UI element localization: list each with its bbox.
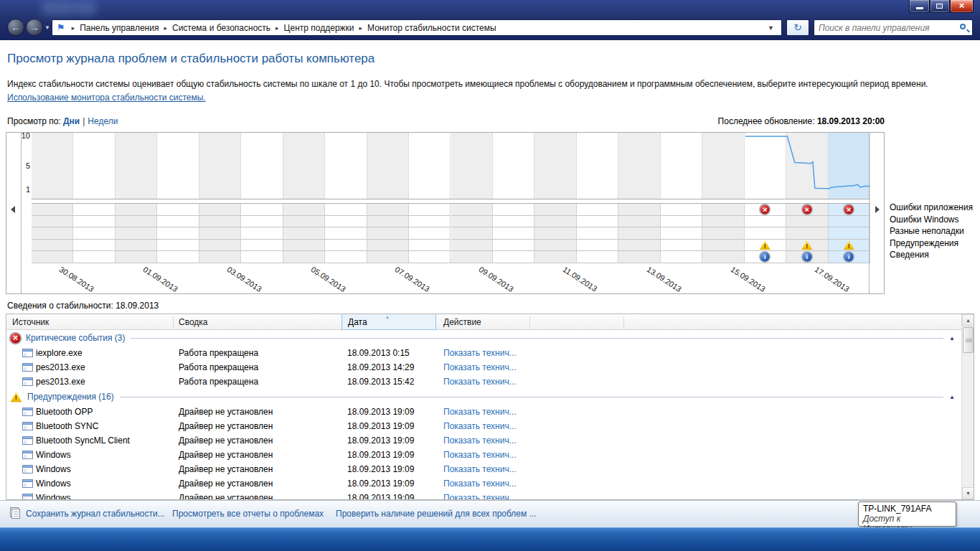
- column-header-summary[interactable]: Сводка: [179, 317, 208, 327]
- last-update-value: 18.09.2013 20:00: [817, 116, 885, 126]
- show-technical-details-link[interactable]: Показать технич...: [443, 479, 517, 489]
- column-divider[interactable]: [529, 316, 530, 328]
- aero-glass-reflection: [75, 0, 96, 16]
- error-event-icon: [844, 204, 854, 214]
- recent-pages-dropdown-icon[interactable]: ▼: [44, 24, 50, 31]
- cell-source: Bluetooth SYNC: [36, 421, 98, 431]
- date-tick-label: 09.09.2013: [477, 265, 515, 293]
- event-cell: [702, 204, 744, 216]
- chart-scroll-right-strip[interactable]: [869, 133, 884, 293]
- scrollbar-thumb[interactable]: [963, 327, 974, 353]
- show-technical-details-link[interactable]: Показать технич...: [443, 362, 517, 372]
- date-tick-label: 13.09.2013: [645, 265, 683, 293]
- collapse-group-icon[interactable]: ▲: [949, 394, 955, 400]
- legend-label: Ошибки Windows: [890, 214, 980, 226]
- application-icon: [22, 465, 33, 474]
- table-body: Критические события (3)▲iexplore.exeРабо…: [6, 330, 962, 500]
- footer-command-bar: Сохранить журнал стабильности... Просмот…: [0, 500, 980, 527]
- table-row[interactable]: WindowsДрайвер не установлен18.09.2013 1…: [6, 491, 962, 500]
- cell-date: 18.09.2013 14:29: [347, 362, 414, 372]
- breadcrumb-item[interactable]: Монитор стабильности системы: [367, 23, 496, 33]
- event-cell: [618, 240, 660, 252]
- column-header-action[interactable]: Действие: [443, 317, 481, 327]
- collapse-group-icon[interactable]: ▲: [949, 335, 955, 342]
- cell-source: pes2013.exe: [36, 362, 85, 372]
- cell-source: Windows: [36, 493, 71, 500]
- column-header-date[interactable]: Дата ▲: [341, 314, 436, 330]
- event-cell: [157, 251, 199, 263]
- event-cell: [409, 216, 451, 228]
- table-group-header[interactable]: Критические события (3)▲: [6, 330, 962, 346]
- close-button[interactable]: ×: [950, 0, 974, 13]
- address-dropdown-icon[interactable]: ▼: [768, 24, 774, 32]
- event-cell: [116, 227, 157, 240]
- column-header-source[interactable]: Источник: [12, 317, 49, 327]
- search-input[interactable]: [819, 22, 951, 34]
- legend-label: Сведения: [890, 249, 980, 261]
- forward-button[interactable]: →: [26, 19, 43, 36]
- table-row[interactable]: WindowsДрайвер не установлен18.09.2013 1…: [6, 462, 962, 476]
- column-divider[interactable]: [623, 316, 624, 328]
- table-row[interactable]: Bluetooth SyncML ClientДрайвер не устано…: [6, 433, 962, 448]
- back-button[interactable]: ←: [7, 19, 24, 36]
- table-group-header[interactable]: Предупреждения (16)▲: [6, 389, 962, 405]
- table-row[interactable]: pes2013.exeРабота прекращена18.09.2013 1…: [6, 375, 962, 389]
- event-cell: [745, 251, 786, 263]
- table-row[interactable]: Bluetooth SYNCДрайвер не установлен18.09…: [6, 419, 962, 433]
- table-row[interactable]: WindowsДрайвер не установлен18.09.2013 1…: [6, 448, 962, 462]
- save-stability-log-link[interactable]: Сохранить журнал стабильности...: [26, 509, 165, 519]
- show-technical-details-link[interactable]: Показать технич...: [443, 407, 517, 417]
- chart-scroll-left-icon[interactable]: [11, 206, 15, 213]
- refresh-button[interactable]: ↻: [786, 19, 809, 36]
- chart-scroll-left-strip[interactable]: [6, 133, 22, 293]
- table-row[interactable]: WindowsДрайвер не установлен18.09.2013 1…: [6, 476, 962, 491]
- view-all-problem-reports-link[interactable]: Просмотреть все отчеты о проблемах: [172, 509, 324, 519]
- breadcrumb-item[interactable]: Центр поддержки: [284, 23, 354, 33]
- show-technical-details-link[interactable]: Показать технич...: [443, 421, 517, 431]
- last-update-label: Последнее обновление:: [718, 116, 815, 126]
- view-by-option-days[interactable]: Дни: [63, 116, 80, 126]
- search-box[interactable]: [814, 19, 973, 36]
- cell-date: 18.09.2013 0:15: [347, 348, 410, 358]
- column-divider[interactable]: [173, 316, 174, 328]
- scroll-down-button[interactable]: ▼: [962, 487, 974, 499]
- minimize-button[interactable]: [909, 0, 930, 13]
- maximize-button[interactable]: [930, 0, 950, 13]
- cell-summary: Драйвер не установлен: [179, 435, 273, 446]
- check-solutions-link[interactable]: Проверить наличие решений для всех пробл…: [336, 509, 537, 519]
- event-cell: [829, 204, 870, 216]
- event-cell: [786, 251, 828, 263]
- show-technical-details-link[interactable]: Показать технич...: [443, 377, 517, 387]
- usage-help-link[interactable]: Использование монитора стабильности сист…: [7, 93, 206, 103]
- cell-date: 18.09.2013 19:09: [347, 464, 414, 474]
- show-technical-details-link[interactable]: Показать технич...: [443, 348, 517, 358]
- application-icon: [22, 494, 33, 500]
- search-icon[interactable]: [960, 24, 966, 29]
- view-by-option-weeks[interactable]: Недели: [88, 116, 118, 126]
- breadcrumb-item[interactable]: Панель управления: [80, 23, 159, 33]
- table-row[interactable]: Bluetooth OPPДрайвер не установлен18.09.…: [6, 405, 962, 419]
- cell-source: pes2013.exe: [36, 377, 85, 387]
- address-bar[interactable]: ⚑ ▸Панель управления▸Система и безопасно…: [52, 19, 782, 36]
- event-cell: [32, 227, 73, 240]
- breadcrumb-item[interactable]: Система и безопасность: [172, 23, 270, 33]
- show-technical-details-link[interactable]: Показать технич...: [443, 464, 517, 474]
- event-cell: [702, 227, 744, 240]
- show-technical-details-link[interactable]: Показать технич...: [443, 450, 517, 460]
- cell-date: 18.09.2013 19:09: [347, 493, 414, 500]
- show-technical-details-link[interactable]: Показать технич...: [443, 435, 517, 446]
- event-cell: [451, 251, 493, 263]
- scroll-up-button[interactable]: ▲: [962, 314, 974, 326]
- cell-source: Bluetooth OPP: [36, 407, 93, 417]
- show-technical-details-link[interactable]: Показать технич...: [443, 493, 517, 500]
- event-cell: [73, 216, 115, 228]
- y-tick-label: 10: [22, 131, 30, 140]
- details-caption: Сведения о стабильности: 18.09.2013: [7, 301, 159, 311]
- chart-scroll-right-icon[interactable]: [875, 206, 880, 213]
- event-cell: [157, 216, 199, 228]
- table-row[interactable]: pes2013.exeРабота прекращена18.09.2013 1…: [6, 360, 962, 375]
- event-cell: [32, 251, 73, 263]
- vertical-scrollbar[interactable]: ▲ ▼: [961, 314, 974, 499]
- table-row[interactable]: iexplore.exeРабота прекращена18.09.2013 …: [6, 346, 962, 360]
- warning-event-icon: [801, 240, 812, 250]
